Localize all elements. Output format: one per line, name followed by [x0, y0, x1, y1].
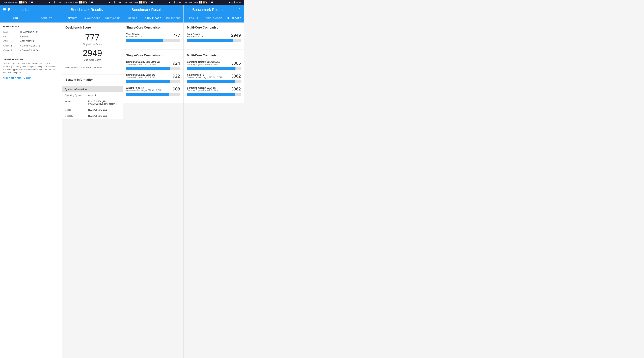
field-val-cluster2: 4 Cores @ 2.40 GHz: [20, 48, 59, 53]
tab-result-3[interactable]: RESULT: [184, 15, 204, 22]
status-bar-row: Turk Telekom HD ▉▉ 📶 📡 🎵 💬 B ✱ 72 🔋 00:3…: [0, 0, 244, 5]
mc-device-row-1: Xiaomi Poco F3 Qualcomm Snapdragon 870 @…: [187, 74, 241, 83]
carrier-4: Turk Telekom HD ▉▉ 📶 📡 🎵 💬: [184, 1, 214, 4]
your-device-multi-nameblock: Your Device HUAWEI NCO-LX1: [187, 33, 204, 38]
multi-core-score-label: Multi-Core Score: [66, 59, 119, 61]
panel1-content: Geekbench Score 777 Single-Core Score 29…: [62, 23, 122, 358]
tab-single-core-3[interactable]: SINGLE-CORE: [204, 15, 224, 22]
field-key-model: Model: [3, 30, 20, 35]
panel1-tab-bar: RESULT SINGLE-CORE MULTI-CORE: [62, 15, 122, 23]
sc-bar-container-1: [126, 80, 180, 83]
device-section-title: YOUR DEVICE: [3, 25, 59, 28]
device-field-model: Model HUAWEI NCO-LX1: [3, 30, 59, 35]
your-device-multi-header: Your Device HUAWEI NCO-LX1 2949: [187, 33, 241, 38]
field-val-os: Android 11: [20, 35, 59, 39]
your-device-single-bar-container: [126, 39, 180, 42]
panel-result: ← Benchmark Results ⋮ RESULT SINGLE-CORE…: [62, 5, 123, 358]
sys-info-title: System Information: [62, 75, 122, 83]
sys-val-os: Android 11: [88, 94, 120, 97]
more-icon-1[interactable]: ⋮: [116, 8, 120, 12]
your-device-multi-card: Multi-Core Comparison Your Device HUAWEI…: [184, 23, 244, 49]
sys-info-row-modelid: Model ID HUAWEI NCO-LX1: [62, 113, 122, 119]
mc-bar-container-0: [187, 67, 241, 70]
panel1-title: Benchmark Results: [71, 8, 114, 12]
app-container: ☰ Benchmarks CPU COMPUTE YOUR DEVICE Mod…: [0, 5, 244, 358]
device-field-cluster1: Cluster 1 4 Cores @ 1.80 GHz: [3, 44, 59, 48]
status-bar-4: Turk Telekom HD ▉▉ 📶 📡 🎵 💬 B ✱ 71 🔋 00:3…: [182, 1, 242, 4]
tab-result-1[interactable]: RESULT: [62, 15, 82, 22]
sc-device-score-0: 924: [173, 61, 180, 66]
hamburger-icon[interactable]: ☰: [3, 8, 6, 12]
device-field-cpu: CPU ARM SM7325: [3, 39, 59, 44]
mc-device-sub-2: Samsung Exynos 2100 @ 2.2 GHz: [187, 89, 218, 92]
divider-1: [3, 56, 59, 56]
sys-key-model: Model: [65, 109, 88, 111]
sc-bar-container-0: [126, 67, 180, 70]
your-device-single-card: Single-Core Comparison Your Device HUAWE…: [123, 23, 183, 49]
field-key-cluster2: Cluster 2: [3, 48, 20, 53]
sc-bar-1: [126, 80, 170, 83]
tab-single-core-1[interactable]: SINGLE-CORE: [82, 15, 102, 22]
tab-compute[interactable]: COMPUTE: [31, 15, 62, 22]
mc-device-sub-0: Samsung Exynos 2100 @ 2.2 GHz: [187, 63, 220, 66]
status-bar-1: Turk Telekom HD ▉▉ 📶 📡 🎵 💬 B ✱ 72 🔋 00:3…: [2, 1, 62, 4]
mc-bar-1: [187, 80, 235, 83]
tab-multi-core-2[interactable]: MULTI-CORE: [163, 15, 183, 22]
mc-bar-container-1: [187, 80, 241, 83]
field-val-model: HUAWEI NCO-LX1: [20, 30, 59, 35]
back-icon-2[interactable]: ←: [126, 8, 130, 12]
tab-cpu[interactable]: CPU: [0, 15, 31, 22]
sidebar-panel: ☰ Benchmarks CPU COMPUTE YOUR DEVICE Mod…: [0, 5, 62, 358]
mc-device-score-1: 3062: [231, 74, 241, 79]
your-device-single-bar: [126, 39, 163, 42]
your-device-single-title: Single-Core Comparison: [126, 26, 180, 29]
field-key-cluster1: Cluster 1: [3, 44, 20, 48]
sidebar-tab-bar: CPU COMPUTE: [0, 15, 62, 23]
mc-bar-0: [187, 67, 236, 70]
sys-val-kernel: Linux 5.4.86-qgki-g06733f124b2a-dirty aa…: [88, 100, 120, 105]
your-device-single-header: Your Device HUAWEI NCO-LX1 777: [126, 33, 180, 38]
sc-device-row-0: Samsung Galaxy S21 Ultra 5G Samsung Exyn…: [126, 61, 180, 70]
carrier-3: Turk Telekom HD ▉▉ 📶 📡 🎵 💬: [124, 1, 154, 4]
sc-device-sub-1: Samsung Exynos 2100 @ 2.2 GHz: [126, 76, 157, 79]
your-device-multi-row: Your Device HUAWEI NCO-LX1 2949: [187, 33, 241, 42]
field-key-os: OS: [3, 35, 20, 39]
tab-multi-core-3[interactable]: MULTI-CORE: [224, 15, 244, 22]
geekbench-score-card: Geekbench Score 777 Single-Core Score 29…: [62, 23, 122, 74]
tab-result-2[interactable]: RESULT: [123, 15, 143, 22]
benchmark-desc: CPU Benchmark measures the performance o…: [3, 62, 59, 74]
tab-multi-core-1[interactable]: MULTI-CORE: [102, 15, 122, 22]
mc-device-name-2: Samsung Galaxy S21+ 5G: [187, 87, 218, 89]
back-icon-3[interactable]: ←: [186, 8, 190, 12]
sc-bar-container-2: [126, 93, 180, 96]
your-device-multi-score: 2949: [231, 33, 241, 38]
sys-key-modelid: Model ID: [65, 115, 88, 117]
time-3: B ✱ 71 🔋 00:38: [167, 1, 180, 4]
more-icon-3[interactable]: ⋮: [238, 8, 242, 12]
field-val-cluster1: 4 Cores @ 1.80 GHz: [20, 44, 59, 48]
benchmark-title: CPU BENCHMARK: [3, 58, 59, 61]
sc-device-row-1: Samsung Galaxy S21+ 5G Samsung Exynos 21…: [126, 74, 180, 83]
sc-device-name-2: Xiaomi Poco F3: [126, 87, 162, 89]
device-field-cluster2: Cluster 2 4 Cores @ 2.40 GHz: [3, 48, 59, 53]
sys-info-row-kernel: Kernel Linux 5.4.86-qgki-g06733f124b2a-d…: [62, 98, 122, 107]
tab-single-core-2[interactable]: SINGLE-CORE: [143, 15, 163, 22]
sc-device-score-1: 922: [173, 74, 180, 79]
mc-device-name-1: Xiaomi Poco F3: [187, 74, 223, 76]
single-core-score-label: Single-Core Score: [66, 43, 119, 46]
multi-core-comparison-card: Multi-Core Comparison Samsung Galaxy S21…: [184, 50, 244, 103]
your-device-multi-bar-container: [187, 39, 241, 42]
sc-bar-2: [126, 93, 169, 96]
sys-info-row-model: Model HUAWEI NCO-LX1: [62, 107, 122, 113]
panel2-title: Benchmark Results: [132, 8, 175, 12]
time-2: B ✱ 71 🔋 00:38: [107, 1, 120, 4]
panel-single-core: ← Benchmark Results ⋮ RESULT SINGLE-CORE…: [123, 5, 184, 358]
sys-val-modelid: HUAWEI NCO-LX1: [88, 115, 120, 117]
sys-info-row-os: Operating System Android 11: [62, 92, 122, 98]
run-cpu-benchmark-button[interactable]: RUN CPU BENCHMARK: [3, 77, 59, 80]
more-icon-2[interactable]: ⋮: [177, 8, 181, 12]
back-icon-1[interactable]: ←: [65, 8, 69, 12]
sidebar-title: Benchmarks: [8, 8, 59, 12]
your-device-single-row: Your Device HUAWEI NCO-LX1 777: [126, 33, 180, 42]
your-device-multi-title: Multi-Core Comparison: [187, 26, 241, 29]
